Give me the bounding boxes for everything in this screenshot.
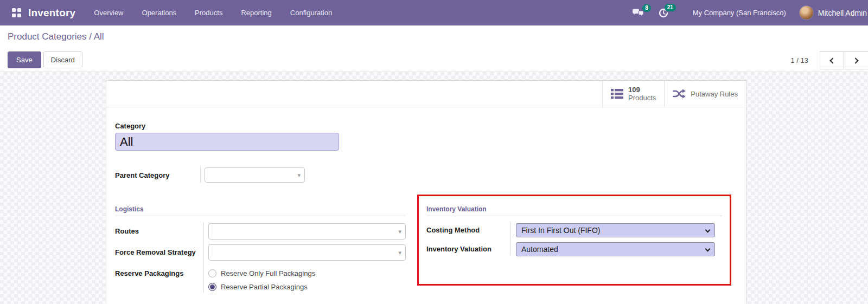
main-menu: Overview Operations Products Reporting C… xyxy=(94,9,332,17)
apps-grid-square xyxy=(12,8,16,12)
chevron-left-icon xyxy=(829,57,835,63)
apps-grid-square xyxy=(17,8,21,12)
user-avatar[interactable] xyxy=(799,5,814,20)
form-sheet: Category Parent Category ▾ Logistics xyxy=(106,122,746,299)
chevron-right-icon xyxy=(852,57,858,63)
pager-previous-button[interactable] xyxy=(820,51,844,69)
routes-cell: ▾ xyxy=(208,223,406,240)
menu-products[interactable]: Products xyxy=(195,9,222,17)
reserve-packagings-row: Reserve Packagings Reserve Only Full Pac… xyxy=(115,266,406,294)
speech-bubbles-icon xyxy=(632,8,644,17)
messages-badge: 8 xyxy=(642,4,651,12)
parent-category-input[interactable] xyxy=(205,168,304,182)
force-removal-input[interactable] xyxy=(209,245,405,260)
force-removal-dropdown[interactable]: ▾ xyxy=(208,244,406,261)
top-navbar: Inventory Overview Operations Products R… xyxy=(0,0,868,25)
app-title[interactable]: Inventory xyxy=(28,7,75,19)
force-removal-cell: ▾ xyxy=(208,244,406,261)
inventory-valuation-title: Inventory Valuation xyxy=(426,205,722,216)
breadcrumb[interactable]: Product Categories / All xyxy=(8,31,104,42)
radio-reserve-partial[interactable]: Reserve Partial Packagings xyxy=(208,280,315,294)
products-stat-text: 109 Products xyxy=(628,86,656,102)
inventory-valuation-cell: Automated xyxy=(516,242,715,256)
discard-button[interactable]: Discard xyxy=(43,51,82,68)
company-switcher[interactable]: My Company (San Francisco) xyxy=(693,9,786,17)
record-pager xyxy=(820,51,868,69)
user-name[interactable]: Mitchell Admin xyxy=(818,9,867,17)
routes-row: Routes ▾ xyxy=(115,223,406,240)
costing-method-value: First In First Out (FIFO) xyxy=(521,226,600,235)
category-label: Category xyxy=(115,122,737,130)
costing-method-cell: First In First Out (FIFO) xyxy=(516,223,715,237)
logistics-title: Logistics xyxy=(115,205,406,216)
record-pager-count: 1 / 13 xyxy=(790,56,808,64)
logistics-section: Logistics Routes ▾ xyxy=(115,195,406,299)
costing-method-label: Costing Method xyxy=(426,223,510,237)
force-removal-label: Force Removal Strategy xyxy=(115,244,203,261)
form-columns: Logistics Routes ▾ xyxy=(115,195,737,299)
save-button[interactable]: Save xyxy=(8,51,41,68)
apps-menu-icon[interactable] xyxy=(12,8,21,17)
menu-reporting[interactable]: Reporting xyxy=(241,9,271,17)
messages-button[interactable]: 8 xyxy=(632,8,644,17)
radio-reserve-full[interactable]: Reserve Only Full Packagings xyxy=(208,267,315,280)
reserve-packagings-label: Reserve Packagings xyxy=(115,266,203,294)
menu-configuration[interactable]: Configuration xyxy=(290,9,332,17)
routes-input[interactable] xyxy=(209,224,405,239)
menu-operations[interactable]: Operations xyxy=(142,9,177,17)
parent-category-cell: ▾ xyxy=(200,167,305,183)
inventory-valuation-label: Inventory Valuation xyxy=(426,242,510,256)
radio-reserve-partial-label: Reserve Partial Packagings xyxy=(221,283,308,291)
apps-grid-square xyxy=(12,14,16,17)
navbar-right: 8 21 My Company (San Francisco) Mitchell… xyxy=(632,5,868,20)
routes-dropdown[interactable]: ▾ xyxy=(208,223,406,240)
inventory-valuation-value: Automated xyxy=(521,245,558,254)
reserve-packagings-options: Reserve Only Full Packagings Reserve Par… xyxy=(208,266,315,294)
putaway-rules-button[interactable]: Putaway Rules xyxy=(664,81,746,107)
form-action-buttons: Save Discard xyxy=(8,51,82,68)
chevron-down-icon xyxy=(705,247,711,252)
menu-overview[interactable]: Overview xyxy=(94,9,123,17)
form-view-background: 109 Products Putaway Rules Category xyxy=(0,72,868,304)
inventory-valuation-select[interactable]: Automated xyxy=(516,242,715,256)
list-icon xyxy=(611,89,623,99)
parent-category-dropdown[interactable]: ▾ xyxy=(205,167,305,183)
valuation-group: Costing Method First In First Out (FIFO)… xyxy=(426,223,722,256)
activities-badge: 21 xyxy=(665,4,676,11)
logistics-group: Routes ▾ Force Removal Strategy xyxy=(115,223,406,294)
force-removal-row: Force Removal Strategy ▾ xyxy=(115,244,406,261)
apps-grid-square xyxy=(17,14,21,17)
button-box: 109 Products Putaway Rules xyxy=(106,81,746,107)
chevron-down-icon xyxy=(705,228,711,233)
products-stat-button[interactable]: 109 Products xyxy=(602,81,664,107)
routes-label: Routes xyxy=(115,223,203,240)
label-separator xyxy=(510,222,511,255)
shuffle-icon xyxy=(673,89,686,99)
costing-method-row: Costing Method First In First Out (FIFO) xyxy=(426,223,722,237)
products-label: Products xyxy=(628,94,656,102)
radio-reserve-full-label: Reserve Only Full Packagings xyxy=(221,269,315,277)
activities-button[interactable]: 21 xyxy=(658,8,669,18)
putaway-rules-label: Putaway Rules xyxy=(691,90,738,98)
product-category-form: 109 Products Putaway Rules Category xyxy=(106,80,746,304)
costing-method-select[interactable]: First In First Out (FIFO) xyxy=(516,223,715,237)
parent-category-label: Parent Category xyxy=(115,171,200,179)
label-separator xyxy=(203,222,204,293)
radio-unchecked-icon[interactable] xyxy=(208,269,216,277)
radio-checked-icon[interactable] xyxy=(208,283,216,291)
category-field-block: Category xyxy=(115,122,737,151)
category-name-input[interactable] xyxy=(115,133,339,151)
products-count: 109 xyxy=(628,86,656,94)
inventory-valuation-section-highlighted: Inventory Valuation Costing Method First… xyxy=(417,195,731,286)
control-panel: Product Categories / All Save Discard 1 … xyxy=(0,25,868,72)
parent-category-row: Parent Category ▾ xyxy=(115,167,737,183)
pager-next-button[interactable] xyxy=(844,51,868,69)
inventory-valuation-row: Inventory Valuation Automated xyxy=(426,242,722,256)
